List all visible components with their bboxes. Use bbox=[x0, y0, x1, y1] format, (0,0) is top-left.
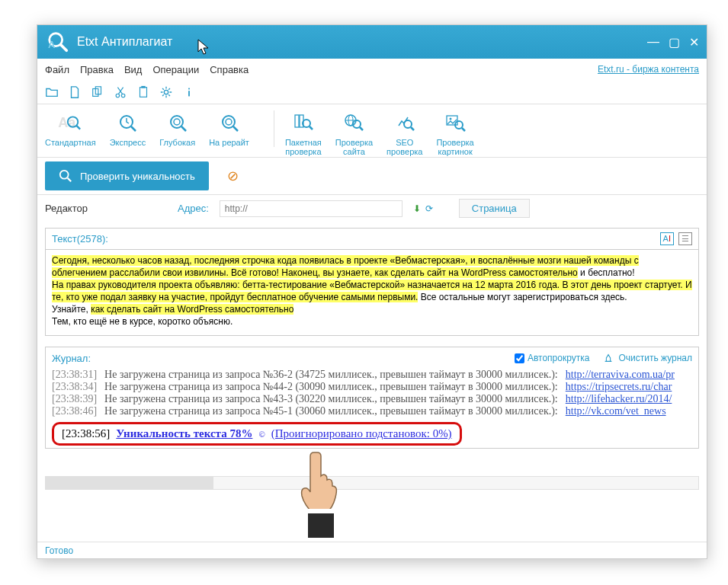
address-label: Адрес: bbox=[178, 203, 209, 214]
mode-images[interactable]: Проверка картинок bbox=[436, 110, 473, 156]
refresh-icon[interactable]: ⟳ bbox=[425, 203, 433, 214]
new-file-icon[interactable] bbox=[68, 85, 82, 99]
titlebar: A Etxt Антиплагиат — ▢ ✕ bbox=[37, 25, 707, 59]
list-view-icon[interactable]: ☰ bbox=[678, 232, 692, 245]
svg-point-17 bbox=[174, 119, 180, 125]
address-row: Редактор Адрес: ⬇ ⟳ Страница bbox=[37, 194, 707, 222]
cut-icon[interactable] bbox=[114, 85, 127, 99]
mode-express-label: Экспресс bbox=[110, 138, 146, 147]
page-tab[interactable]: Страница bbox=[459, 199, 530, 218]
svg-point-30 bbox=[404, 120, 412, 128]
mode-seo-label: SEO проверка bbox=[386, 138, 422, 156]
svg-line-24 bbox=[309, 126, 313, 129]
svg-line-1 bbox=[61, 45, 67, 51]
svg-line-18 bbox=[181, 126, 186, 131]
mode-site-label: Проверка сайта bbox=[335, 138, 373, 156]
log-head-label: Журнал: bbox=[52, 353, 91, 364]
app-window: A Etxt Антиплагиат — ▢ ✕ Файл Правка Вид… bbox=[37, 24, 707, 559]
log-row: [23:38:46]Не загружена страница из запро… bbox=[52, 405, 692, 417]
editor-head-label: Текст(2578): bbox=[52, 233, 108, 245]
menu-view[interactable]: Вид bbox=[124, 64, 143, 75]
svg-rect-7 bbox=[140, 87, 147, 97]
maximize-icon[interactable]: ▢ bbox=[669, 35, 680, 50]
editor-textarea[interactable]: Сегодня, несколько часов назад, последня… bbox=[46, 250, 698, 335]
mode-rewrite[interactable]: На рерайт bbox=[209, 110, 249, 147]
search-icon bbox=[59, 169, 72, 183]
svg-rect-11 bbox=[188, 88, 190, 89]
svg-point-36 bbox=[60, 171, 69, 179]
toolbar-icons bbox=[37, 80, 707, 104]
svg-point-9 bbox=[164, 90, 168, 94]
log-block: Журнал: Автопрокрутка Очистить журнал [2… bbox=[45, 347, 699, 449]
menubar: Файл Правка Вид Операции Справка Etxt.ru… bbox=[37, 59, 707, 80]
address-input[interactable] bbox=[220, 200, 402, 217]
copy-files-icon[interactable] bbox=[91, 85, 104, 99]
settings-icon[interactable] bbox=[159, 85, 173, 99]
app-title: Etxt Антиплагиат bbox=[77, 35, 647, 49]
menu-edit[interactable]: Правка bbox=[80, 64, 114, 75]
close-icon[interactable]: ✕ bbox=[689, 35, 699, 50]
mode-deep-label: Глубокая bbox=[159, 138, 195, 147]
actionbar: Проверить уникальность ⊘ bbox=[37, 158, 707, 194]
stop-icon[interactable]: ⊘ bbox=[227, 168, 239, 184]
svg-point-12 bbox=[68, 117, 78, 126]
svg-line-31 bbox=[411, 127, 414, 130]
svg-point-5 bbox=[116, 94, 120, 98]
svg-point-19 bbox=[223, 116, 235, 128]
app-icon: A bbox=[45, 29, 71, 55]
svg-rect-21 bbox=[295, 115, 299, 127]
result-link[interactable]: Уникальность текста 78% bbox=[116, 427, 252, 440]
open-folder-icon[interactable] bbox=[45, 85, 59, 99]
etxt-link[interactable]: Etxt.ru - биржа контента bbox=[598, 64, 699, 75]
status-text: Готово bbox=[45, 545, 73, 556]
svg-rect-10 bbox=[188, 91, 190, 96]
editor-tab[interactable]: Редактор bbox=[45, 203, 88, 214]
svg-point-6 bbox=[121, 94, 125, 98]
log-row: [23:38:31]Не загружена страница из запро… bbox=[52, 369, 692, 381]
mode-site[interactable]: Проверка сайта bbox=[335, 110, 373, 156]
menu-help[interactable]: Справка bbox=[210, 64, 249, 75]
mode-batch-label: Пакетная проверка bbox=[285, 138, 322, 156]
menu-file[interactable]: Файл bbox=[45, 64, 69, 75]
log-head: Журнал: Автопрокрутка Очистить журнал bbox=[46, 347, 698, 369]
mode-deep[interactable]: Глубокая bbox=[159, 110, 195, 147]
font-format-icon[interactable]: AI bbox=[660, 232, 674, 245]
minimize-icon[interactable]: — bbox=[647, 35, 659, 49]
editor-block: Текст(2578): AI ☰ Сегодня, несколько час… bbox=[45, 228, 699, 336]
autoscroll-checkbox[interactable]: Автопрокрутка bbox=[515, 353, 589, 363]
mode-images-label: Проверка картинок bbox=[436, 138, 473, 156]
log-body[interactable]: [23:38:31]Не загружена страница из запро… bbox=[46, 369, 698, 448]
mode-batch[interactable]: Пакетная проверка bbox=[285, 110, 322, 156]
mode-express[interactable]: Экспресс bbox=[110, 110, 146, 147]
svg-line-20 bbox=[233, 126, 238, 131]
svg-line-13 bbox=[77, 126, 81, 129]
svg-point-33 bbox=[450, 118, 452, 120]
mode-rewrite-label: На рерайт bbox=[209, 138, 249, 147]
mode-standard[interactable]: Aa Стандартная bbox=[45, 110, 96, 147]
mode-seo[interactable]: SEO проверка bbox=[386, 110, 422, 156]
svg-line-15 bbox=[131, 126, 136, 131]
menu-operations[interactable]: Операции bbox=[152, 64, 199, 75]
svg-line-35 bbox=[462, 128, 465, 131]
mode-standard-label: Стандартная bbox=[45, 138, 96, 147]
statusbar: Готово bbox=[37, 542, 707, 558]
result-highlight: [23:38:56] Уникальность текста 78%© (Про… bbox=[52, 422, 462, 446]
svg-point-16 bbox=[171, 116, 183, 128]
check-button-label: Проверить уникальность bbox=[80, 171, 195, 182]
info-icon[interactable] bbox=[182, 85, 196, 99]
svg-text:A: A bbox=[48, 39, 56, 50]
result-ignore-link[interactable]: (Проигнорировано подстановок: 0%) bbox=[271, 427, 452, 440]
svg-rect-8 bbox=[141, 85, 145, 88]
horizontal-scrollbar[interactable] bbox=[45, 476, 699, 490]
svg-line-29 bbox=[360, 127, 363, 130]
log-row: [23:38:34]Не загружена страница из запро… bbox=[52, 381, 692, 393]
log-row: [23:38:39]Не загружена страница из запро… bbox=[52, 393, 692, 405]
editor-head: Текст(2578): AI ☰ bbox=[46, 229, 698, 250]
mode-toolbar: Aa Стандартная Экспресс Глубокая На рера… bbox=[37, 104, 707, 158]
svg-line-37 bbox=[68, 178, 72, 182]
clear-log-button[interactable]: Очистить журнал bbox=[603, 353, 692, 363]
broom-icon bbox=[603, 353, 614, 363]
download-icon[interactable]: ⬇ bbox=[413, 203, 421, 214]
paste-icon[interactable] bbox=[136, 85, 150, 99]
check-uniqueness-button[interactable]: Проверить уникальность bbox=[45, 161, 209, 190]
